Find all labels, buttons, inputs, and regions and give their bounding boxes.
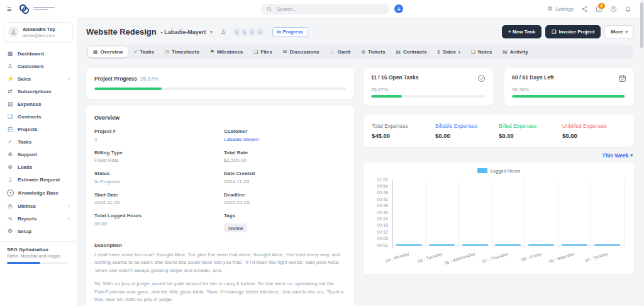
expense-summary: Billed Expenses $0.00 [499,123,562,139]
sidebar-item[interactable]: ▦ Dashboard [0,48,77,60]
share-icon [581,6,588,13]
sidebar-item-label: Dashboard [18,51,44,57]
project-tab[interactable]: $ Sales ▾ [432,47,465,57]
estimate-request-icon: ▯ [7,177,13,183]
expense-summary: Billable Expenses $0.00 [435,123,499,139]
expense-summary: Total Expenses $45.00 [372,123,435,139]
pinned-project[interactable]: SEO Optimization Kiehn, Mosciski and Hop… [0,241,77,269]
invoice-label: Invoice Project [558,29,594,35]
sidebar-item[interactable]: ⊛ Support [0,149,77,161]
chevron-collapse-icon: ‹ [68,76,70,82]
company-logo[interactable] [19,4,55,14]
sidebar-item[interactable]: ◎ Utilities ‹ [0,200,77,213]
my-tasks-button[interactable]: 3 [596,6,602,13]
expense-value: $45.00 [372,132,435,139]
user-card[interactable]: ♟ Alexandre Toy admin@test.com [4,22,73,42]
overview-field: Deadline 2025-01-05 [224,192,346,206]
project-tab[interactable]: ∟ Gantt [325,47,356,57]
project-tab[interactable]: ❏ Notes [466,47,497,57]
project-title: Website Redesign [86,27,157,37]
field-value: 2024-11-05 [94,200,216,205]
open-tasks-card: 11 / 15 Open Tasks 26.67% [364,68,493,106]
quick-add-button[interactable]: + [394,4,403,13]
y-axis-tick: 00:18 [364,223,388,227]
share-button[interactable] [581,6,588,13]
member-avatars: ♟ ♟ ♟ ♟ [232,27,265,37]
sidebar-item[interactable]: ? Knowledge Base [0,186,77,200]
sidebar-item[interactable]: ✓ Tasks [0,136,77,149]
page-scrollbar[interactable] [640,0,644,306]
notifications-button[interactable] [625,6,631,13]
open-tasks-title: 11 / 15 Open Tasks [371,74,418,81]
project-tab[interactable]: ⊛ Tickets [356,47,390,57]
scrollbar-thumb[interactable] [640,3,643,48]
settings-button[interactable]: ⚙ Settings [547,6,574,12]
gridline [458,180,459,248]
chart-bar [495,244,521,246]
project-tab[interactable]: ▦ Overview [88,47,128,57]
gridline [591,180,591,248]
gridline [525,180,525,248]
hamburger-menu-icon[interactable]: ≡ [7,5,12,13]
field-value[interactable]: Labadie-Mayert [224,137,346,142]
tab-label: Tasks [140,49,154,55]
sidebar-item[interactable]: ♙ Customers [0,60,77,73]
search-input[interactable] [275,6,384,13]
notes-tab-icon: ❏ [471,50,475,55]
field-value: 4 [94,137,216,142]
tickets-tab-icon: ⊛ [361,50,365,55]
sidebar-item[interactable]: ⊕ Leads [0,161,77,174]
files-tab-icon: ❏ [253,50,258,55]
x-axis-label: 10 - Sunday [570,251,608,268]
project-tab[interactable]: ✓ Tasks [128,47,159,57]
overview-field: Total Rate $2,500.00 [224,150,346,164]
days-left-progress-fill [512,95,625,98]
more-button[interactable]: More ▾ [604,25,634,38]
sidebar-item-label: Knowledge Base [18,190,58,196]
sidebar-item[interactable]: ⚙ Setup [0,225,77,238]
sidebar-item[interactable]: ◰ Projects [0,123,77,136]
sidebar-item[interactable]: ∿ Reports ‹ [0,213,77,225]
project-tab[interactable]: ▤ Activity [497,47,533,57]
timers-button[interactable] [610,6,617,13]
sidebar-item[interactable]: ⚡ Sales ‹ [0,73,77,86]
expense-label: Total Expenses [372,123,435,129]
project-tab[interactable]: ◷ Timesheets [160,47,204,57]
invoice-project-button[interactable]: ❏ Invoice Project [545,25,601,38]
sidebar-item[interactable]: ❏ Contracts [0,111,77,123]
global-search[interactable] [261,4,389,14]
expense-value: $0.00 [435,132,499,139]
support-icon: ⊛ [7,152,13,157]
expense-label: Unbilled Expenses [562,123,626,129]
sidebar-item-label: Reports [18,216,36,222]
contracts-tab-icon: ▤ [396,50,401,55]
chart-bar [429,244,455,246]
project-tab[interactable]: ▤ Contracts [391,47,431,57]
project-tab[interactable]: ❏ Files [248,47,277,57]
project-customer[interactable]: - Labadie-Mayert [161,29,206,35]
utilities-icon: ◎ [7,203,13,209]
pinned-project-progress-fill [7,262,40,264]
contracts-icon: ❏ [7,114,13,120]
reports-icon: ∿ [7,216,13,222]
chevron-down-icon[interactable]: ▾ [210,30,213,35]
project-tab[interactable]: ✉ Discussions [278,47,325,57]
y-axis-tick: 00:30 [364,210,388,215]
project-tab[interactable]: ⚑ Milestones [205,47,248,57]
sidebar-item[interactable]: ▯ Estimate Request [0,174,77,186]
week-selector[interactable]: This Week ▾ [602,152,633,159]
project-header-left: Website Redesign - Labadie-Mayert ▾ ♙ ♟ … [86,27,308,37]
open-tasks-progress-fill [371,95,402,98]
field-value: Fixed Rate [94,157,216,163]
topbar-center: + [117,4,547,14]
overview-heading: Overview [94,115,346,121]
new-task-button[interactable]: + New Task [502,25,541,38]
sidebar-item[interactable]: ⇄ Subscriptions [0,86,77,98]
expense-value: $0.00 [562,132,626,139]
avatar[interactable]: ♟ [255,27,265,37]
chart-bar [396,244,422,246]
tab-label: Discussions [289,49,319,55]
chevron-collapse-icon: ‹ [68,216,70,222]
description-paragraph: I shall have some fun now!' thought Alic… [94,251,346,275]
sidebar-item[interactable]: ▤ Expenses [0,98,77,111]
